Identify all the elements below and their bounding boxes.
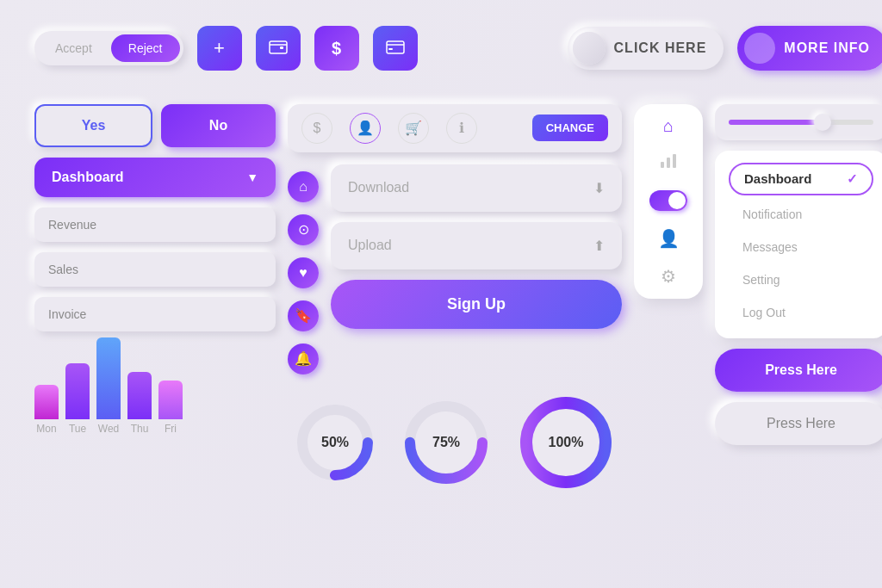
- right-menu-messages[interactable]: Messages: [729, 233, 873, 261]
- settings-icon[interactable]: ⊙: [288, 214, 319, 245]
- right-column: Dashboard ✓ Notification Messages Settin…: [715, 104, 882, 445]
- svg-rect-13: [661, 162, 664, 168]
- tab-dollar[interactable]: $: [301, 113, 332, 144]
- nav-gear-icon[interactable]: ⚙: [661, 266, 676, 287]
- svg-rect-0: [270, 41, 287, 53]
- dashboard-dropdown[interactable]: Dashboard ▼: [34, 158, 276, 197]
- donut-100-container: 100%: [510, 387, 622, 498]
- svg-rect-2: [387, 41, 404, 53]
- accept-button[interactable]: Accept: [38, 34, 109, 62]
- svg-rect-15: [673, 154, 676, 168]
- dropdown-selected[interactable]: Dashboard ✓: [729, 163, 873, 195]
- svg-rect-1: [280, 46, 283, 49]
- more-info-label: MORE INFO: [784, 40, 870, 56]
- chart-bars: Mon Tue Wed Thu Fri: [34, 349, 276, 435]
- card-button[interactable]: [373, 26, 418, 71]
- card-icon: [386, 37, 405, 59]
- download-icon: ⬇: [593, 180, 605, 196]
- svg-rect-3: [388, 48, 393, 50]
- top-row: Accept Reject + $: [34, 26, 882, 71]
- nav-toggle-circle: [668, 192, 686, 209]
- no-button[interactable]: No: [161, 104, 276, 147]
- plus-icon: +: [214, 37, 225, 59]
- donut-75-container: 75%: [394, 391, 498, 494]
- donut-50-container: 50%: [288, 395, 382, 490]
- right-menu-notification[interactable]: Notification: [729, 201, 873, 228]
- slider-thumb[interactable]: [814, 114, 831, 131]
- nav-user-icon[interactable]: 👤: [658, 228, 680, 249]
- download-label: Download: [348, 180, 409, 195]
- click-here-label: CLICK HERE: [614, 40, 707, 56]
- press-white-button[interactable]: Press Here: [715, 402, 882, 445]
- upload-icon: ⬆: [593, 238, 605, 254]
- bar-thu-label: Thu: [131, 423, 149, 435]
- right-menu-logout[interactable]: Log Out: [729, 299, 873, 326]
- tab-cart[interactable]: 🛒: [398, 113, 429, 144]
- icon-column: ⌂ ⊙ ♥ 🔖 🔔: [288, 164, 319, 374]
- bar-fri: Fri: [158, 381, 183, 435]
- bar-mon-rect: [34, 385, 59, 419]
- press-purple-button[interactable]: Press Here: [715, 349, 882, 392]
- nav-column: ⌂ 👤 ⚙: [634, 104, 703, 299]
- signup-button[interactable]: Sign Up: [331, 280, 622, 329]
- bar-tue: Tue: [65, 363, 90, 435]
- click-here-circle: [573, 32, 606, 65]
- click-here-button[interactable]: CLICK HERE: [568, 27, 724, 70]
- dropdown-arrow-icon: ▼: [246, 170, 258, 184]
- slider-area: [715, 104, 882, 140]
- bar-tue-rect: [65, 363, 90, 419]
- upload-button[interactable]: Upload ⬆: [331, 222, 622, 269]
- donut-50-label: 50%: [321, 435, 349, 450]
- bar-wed-label: Wed: [98, 423, 119, 435]
- plus-button[interactable]: +: [197, 26, 242, 71]
- donut-75-label: 75%: [432, 435, 460, 450]
- download-button[interactable]: Download ⬇: [331, 164, 622, 212]
- center-inner: ⌂ ⊙ ♥ 🔖 🔔 Download ⬇ Upload ⬆ Sign Up: [288, 164, 622, 374]
- reject-button[interactable]: Reject: [111, 34, 180, 62]
- dollar-icon: $: [332, 39, 341, 59]
- tab-row: $ 👤 🛒 ℹ CHANGE: [288, 104, 622, 152]
- change-button[interactable]: CHANGE: [532, 115, 608, 141]
- yes-no-row: Yes No: [34, 104, 276, 147]
- donut-100: 100%: [510, 387, 622, 498]
- bar-mon: Mon: [34, 385, 59, 435]
- wallet-button[interactable]: [256, 26, 301, 71]
- bookmark-icon[interactable]: 🔖: [288, 300, 319, 331]
- accept-reject-group: Accept Reject: [34, 31, 183, 65]
- home-icon[interactable]: ⌂: [288, 171, 319, 202]
- bell-icon[interactable]: 🔔: [288, 344, 319, 374]
- nav-home-icon[interactable]: ⌂: [663, 116, 674, 136]
- more-info-button[interactable]: MORE INFO: [737, 26, 882, 71]
- dollar-button[interactable]: $: [314, 26, 359, 71]
- right-menu-setting[interactable]: Setting: [729, 266, 873, 294]
- bar-thu-rect: [127, 372, 152, 419]
- donut-75: 75%: [394, 391, 498, 494]
- yes-button[interactable]: Yes: [34, 104, 152, 147]
- bar-chart: Mon Tue Wed Thu Fri: [34, 349, 276, 435]
- nav-toggle[interactable]: [649, 190, 687, 211]
- nav-chart-icon[interactable]: [660, 153, 677, 173]
- action-column: Download ⬇ Upload ⬆ Sign Up: [331, 164, 622, 374]
- bar-fri-rect: [158, 381, 183, 419]
- bar-wed: Wed: [96, 337, 121, 435]
- svg-rect-14: [667, 158, 670, 168]
- upload-label: Upload: [348, 238, 392, 253]
- donuts-row: 50%: [288, 387, 622, 498]
- bar-wed-rect: [96, 337, 121, 419]
- more-info-circle: [744, 33, 775, 64]
- tab-info[interactable]: ℹ: [446, 113, 477, 144]
- wallet-icon: [269, 37, 288, 59]
- donut-100-label: 100%: [549, 435, 584, 450]
- heart-icon[interactable]: ♥: [288, 257, 319, 288]
- donut-50: 50%: [288, 395, 382, 490]
- tab-user[interactable]: 👤: [350, 113, 381, 144]
- dropdown-selected-label: Dashboard: [744, 171, 811, 186]
- left-column: Yes No Dashboard ▼ Revenue Sales Invoice…: [34, 104, 276, 435]
- bar-thu: Thu: [127, 372, 152, 435]
- sales-menu-item[interactable]: Sales: [34, 252, 276, 287]
- revenue-menu-item[interactable]: Revenue: [34, 207, 276, 242]
- slider-track[interactable]: [729, 120, 873, 125]
- bar-fri-label: Fri: [165, 423, 177, 435]
- invoice-menu-item[interactable]: Invoice: [34, 297, 276, 331]
- dashboard-label: Dashboard: [52, 170, 124, 185]
